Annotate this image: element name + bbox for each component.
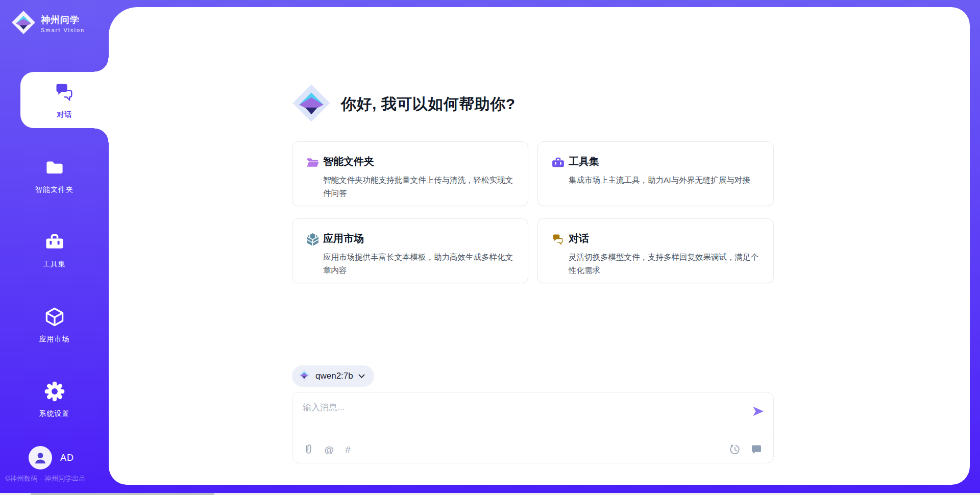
toolbox-icon — [43, 231, 66, 255]
main-content: 你好, 我可以如何帮助你? 智能文件夹 智能文件夹功能支持批量文件上传与清洗，轻… — [292, 7, 774, 485]
horizontal-scrollbar[interactable] — [0, 493, 980, 495]
user-account[interactable]: AD — [29, 446, 74, 469]
sidebar-item-toolset[interactable]: 工具集 — [0, 221, 109, 278]
sidebar-item-chat[interactable]: 对话 — [20, 72, 109, 128]
composer-toolbar-right — [729, 444, 762, 455]
sidebar-item-smart-folder[interactable]: 智能文件夹 — [0, 147, 109, 203]
card-app-market[interactable]: 应用市场 应用市场提供丰富长文本模板，助力高效生成多样化文章内容 — [292, 218, 528, 283]
folder-open-icon — [306, 156, 320, 171]
folder-icon — [43, 156, 66, 181]
brand-diamond-logo-icon — [292, 84, 331, 125]
card-desc: 集成市场上主流工具，助力AI与外界无缝扩展与对接 — [569, 174, 760, 187]
toolbox-icon — [551, 156, 565, 171]
send-button[interactable] — [751, 405, 765, 419]
sidebar-item-settings[interactable]: 系统设置 — [0, 371, 109, 427]
brand-name: 神州问学 — [41, 14, 85, 26]
model-name: qwen2:7b — [315, 371, 353, 381]
card-desc: 智能文件夹功能支持批量文件上传与清洗，轻松实现文件问答 — [323, 174, 514, 200]
hash-icon[interactable]: # — [345, 445, 351, 455]
card-title: 工具集 — [569, 155, 760, 168]
feature-cards: 智能文件夹 智能文件夹功能支持批量文件上传与清洗，轻松实现文件问答 工具集 集成… — [292, 141, 774, 283]
cube-icon — [43, 306, 66, 330]
at-icon[interactable]: @ — [324, 445, 334, 455]
horizontal-scrollbar-thumb[interactable] — [31, 493, 214, 495]
card-desc: 应用市场提供丰富长文本模板，助力高效生成多样化文章内容 — [323, 251, 514, 277]
card-title: 应用市场 — [323, 232, 514, 245]
brand-diamond-small-icon — [11, 10, 36, 37]
user-initials: AD — [60, 453, 74, 463]
chevron-down-icon — [358, 372, 365, 381]
composer-toolbar-left: @ # — [304, 444, 351, 455]
composer-toolbar: @ # — [292, 436, 773, 463]
brand-logo: 神州问学 Smart Vision — [11, 10, 85, 37]
sidebar-item-app-market[interactable]: 应用市场 — [0, 296, 109, 353]
history-icon[interactable] — [729, 444, 741, 455]
chat-icon — [551, 233, 565, 249]
main-panel: 你好, 我可以如何帮助你? 智能文件夹 智能文件夹功能支持批量文件上传与清洗，轻… — [109, 7, 970, 485]
person-icon — [33, 450, 48, 465]
sidebar-item-label: 智能文件夹 — [35, 185, 74, 194]
tab-fillet-bottom — [94, 128, 109, 142]
sidebar: 神州问学 Smart Vision 对话 智能文件夹 — [0, 0, 109, 495]
brand-subtitle: Smart Vision — [41, 27, 85, 33]
greeting-row: 你好, 我可以如何帮助你? — [292, 84, 516, 125]
message-input[interactable] — [292, 392, 773, 436]
model-selector[interactable]: qwen2:7b — [292, 365, 374, 387]
card-title: 对话 — [569, 232, 760, 245]
sidebar-item-label: 对话 — [57, 110, 72, 119]
card-title: 智能文件夹 — [323, 155, 514, 168]
grid-cube-icon — [306, 233, 320, 249]
sidebar-item-label: 工具集 — [43, 260, 66, 269]
greeting-title: 你好, 我可以如何帮助你? — [341, 94, 516, 115]
gear-icon — [43, 380, 66, 405]
send-icon — [751, 405, 765, 418]
chat-bubble-icon[interactable] — [751, 444, 762, 455]
copyright-text: ©神州数码 · 神州问学出品 — [5, 474, 107, 483]
message-composer: @ # — [292, 392, 774, 463]
card-chat[interactable]: 对话 灵活切换多模型文件，支持多样回复效果调试，满足个性化需求 — [537, 218, 774, 283]
model-diamond-icon — [298, 369, 310, 383]
chat-icon — [54, 81, 76, 106]
tab-fillet-top — [94, 58, 109, 72]
card-toolset[interactable]: 工具集 集成市场上主流工具，助力AI与外界无缝扩展与对接 — [537, 141, 774, 206]
avatar — [29, 446, 52, 469]
card-desc: 灵活切换多模型文件，支持多样回复效果调试，满足个性化需求 — [569, 251, 760, 277]
sidebar-item-label: 应用市场 — [39, 335, 70, 344]
sidebar-item-label: 系统设置 — [39, 409, 70, 418]
paperclip-icon[interactable] — [304, 444, 313, 455]
card-smart-folder[interactable]: 智能文件夹 智能文件夹功能支持批量文件上传与清洗，轻松实现文件问答 — [292, 141, 528, 206]
